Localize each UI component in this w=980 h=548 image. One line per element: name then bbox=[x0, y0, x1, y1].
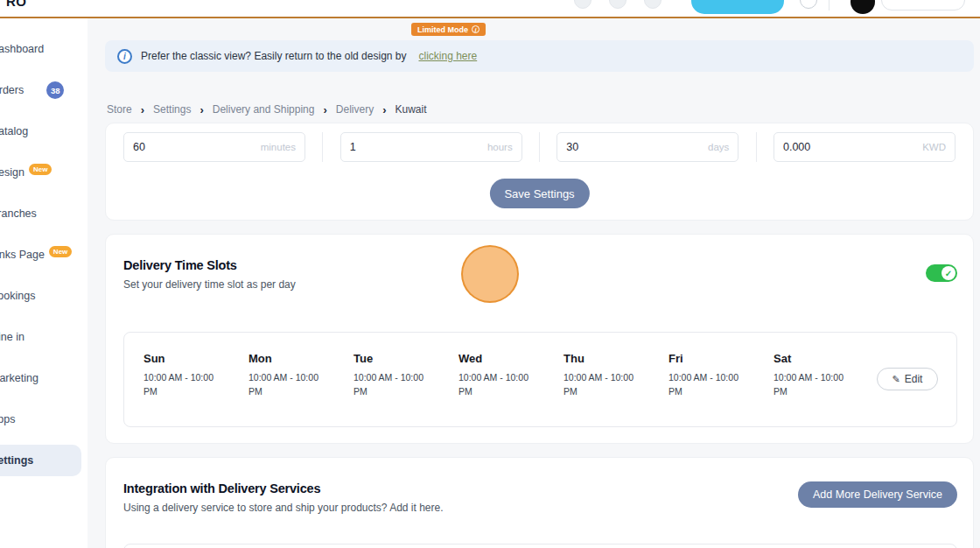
days-input[interactable] bbox=[557, 141, 708, 153]
day-name: Wed bbox=[458, 352, 542, 365]
day-name: Fri bbox=[668, 352, 752, 365]
sidebar-item-dine-in[interactable]: Dine in bbox=[0, 321, 81, 353]
save-settings-button[interactable]: Save Settings bbox=[489, 179, 589, 208]
sidebar-item-apps[interactable]: Apps bbox=[0, 404, 81, 435]
time-slots-subtitle: Set your delivery time slot as per day bbox=[123, 278, 296, 291]
hours-field-wrap: hours bbox=[340, 132, 522, 162]
orders-count-badge: 38 bbox=[46, 81, 64, 99]
minutes-field-wrap: minutes bbox=[123, 132, 305, 162]
hours-input[interactable] bbox=[341, 141, 487, 153]
sidebar-item-links-page[interactable]: Links PageNew bbox=[0, 239, 81, 270]
new-badge: New bbox=[29, 164, 52, 175]
avatar[interactable] bbox=[850, 0, 875, 14]
toggle-check-icon: ✓ bbox=[942, 266, 956, 280]
limited-mode-badge[interactable]: Limited Mode i bbox=[411, 23, 486, 36]
day-slot-wed: Wed 10:00 AM - 10:00 PM bbox=[458, 352, 542, 399]
edit-time-slots-button[interactable]: ✎ Edit bbox=[877, 368, 938, 390]
sidebar-item-label: Links Page bbox=[0, 249, 45, 261]
main-content: i Prefer the classic view? Easily return… bbox=[88, 18, 980, 548]
integration-services-card: Integration with Delivery Services Using… bbox=[105, 457, 974, 548]
sidebar-item-label: Orders bbox=[0, 84, 24, 96]
chevron-right-icon: › bbox=[382, 104, 386, 116]
help-icon[interactable] bbox=[800, 0, 817, 9]
breadcrumb: Store › Settings › Delivery and Shipping… bbox=[107, 103, 427, 116]
integration-subtitle: Using a delivery service to store and sh… bbox=[123, 502, 444, 514]
sidebar-item-label: Catalog bbox=[0, 125, 28, 137]
breadcrumb-store[interactable]: Store bbox=[107, 103, 132, 116]
day-slot-thu: Thu 10:00 AM - 10:00 PM bbox=[564, 352, 648, 399]
info-icon: i bbox=[472, 25, 480, 33]
top-header: RO bbox=[0, 0, 980, 18]
time-slots-box: Sun 10:00 AM - 10:00 PM Mon 10:00 AM - 1… bbox=[123, 332, 957, 427]
delivery-time-slots-card: Delivery Time Slots Set your delivery ti… bbox=[105, 234, 974, 444]
chevron-right-icon: › bbox=[200, 104, 203, 116]
day-slot-sat: Sat 10:00 AM - 10:00 PM bbox=[774, 352, 858, 399]
sidebar-item-bookings[interactable]: Bookings bbox=[0, 280, 81, 312]
chevron-right-icon: › bbox=[141, 104, 144, 116]
sidebar-item-catalog[interactable]: Catalog bbox=[0, 116, 81, 147]
support-icon[interactable] bbox=[644, 0, 662, 9]
day-time: 10:00 AM - 10:00 PM bbox=[564, 370, 648, 399]
calculator-icon[interactable] bbox=[574, 0, 592, 9]
sidebar: Dashboard Orders38 Catalog DesignNew Bra… bbox=[0, 18, 88, 548]
edit-button-label: Edit bbox=[905, 373, 923, 385]
day-time: 10:00 AM - 10:00 PM bbox=[144, 370, 228, 399]
sidebar-item-label: Bookings bbox=[0, 290, 35, 302]
header-divider bbox=[829, 0, 830, 11]
breadcrumb-settings[interactable]: Settings bbox=[153, 103, 191, 116]
classic-view-link[interactable]: clicking here bbox=[418, 50, 477, 62]
minutes-input[interactable] bbox=[124, 141, 261, 153]
info-icon: i bbox=[117, 49, 132, 64]
day-name: Mon bbox=[248, 352, 332, 365]
day-time: 10:00 AM - 10:00 PM bbox=[354, 370, 438, 399]
field-divider bbox=[322, 132, 323, 162]
integration-title: Integration with Delivery Services bbox=[123, 481, 320, 495]
time-slots-title: Delivery Time Slots bbox=[123, 258, 237, 272]
add-delivery-service-button[interactable]: Add More Delivery Service bbox=[798, 481, 957, 508]
breadcrumb-delivery-and-shipping[interactable]: Delivery and Shipping bbox=[213, 103, 315, 116]
sidebar-item-label: Dine in bbox=[0, 331, 24, 343]
day-slot-fri: Fri 10:00 AM - 10:00 PM bbox=[668, 352, 752, 399]
sidebar-item-dashboard[interactable]: Dashboard bbox=[0, 33, 81, 65]
sidebar-item-design[interactable]: DesignNew bbox=[0, 157, 81, 188]
limited-mode-label: Limited Mode bbox=[417, 25, 468, 34]
breadcrumb-kuwait: Kuwait bbox=[396, 103, 427, 116]
sidebar-item-label: Branches bbox=[0, 207, 37, 220]
delivery-settings-fields: minutes hours days KWD bbox=[123, 132, 956, 162]
day-slot-sun: Sun 10:00 AM - 10:00 PM bbox=[144, 352, 228, 399]
day-time: 10:00 AM - 10:00 PM bbox=[774, 370, 858, 399]
day-name: Sat bbox=[774, 352, 858, 365]
field-divider bbox=[756, 132, 757, 162]
delivery-settings-card: minutes hours days KWD Save Settin bbox=[105, 123, 974, 221]
hours-unit-label: hours bbox=[487, 142, 522, 152]
chevron-right-icon: › bbox=[323, 104, 326, 116]
day-name: Tue bbox=[354, 352, 438, 365]
classic-view-banner: i Prefer the classic view? Easily return… bbox=[105, 40, 974, 72]
days-field-wrap: days bbox=[556, 132, 738, 162]
minutes-unit-label: minutes bbox=[261, 142, 304, 152]
sidebar-item-orders[interactable]: Orders38 bbox=[0, 74, 81, 106]
header-primary-button[interactable] bbox=[691, 0, 784, 14]
sidebar-item-branches[interactable]: Branches bbox=[0, 198, 81, 229]
field-divider bbox=[539, 132, 540, 162]
sidebar-item-label: Marketing bbox=[0, 372, 38, 384]
day-time: 10:00 AM - 10:00 PM bbox=[668, 370, 752, 399]
day-time: 10:00 AM - 10:00 PM bbox=[458, 370, 542, 399]
amount-input[interactable] bbox=[774, 141, 922, 153]
sidebar-item-label: Apps bbox=[0, 413, 16, 425]
wallet-icon[interactable] bbox=[609, 0, 626, 9]
brand-logo: RO bbox=[6, 0, 27, 9]
sidebar-item-marketing[interactable]: Marketing bbox=[0, 362, 81, 394]
sidebar-item-settings[interactable]: Settings bbox=[0, 445, 81, 476]
sidebar-item-label: Design bbox=[0, 166, 24, 179]
banner-text: Prefer the classic view? Easily return t… bbox=[141, 50, 406, 62]
app-window: RO Limited Mode i Dashboard Orders38 Cat… bbox=[0, 0, 980, 548]
day-name: Sun bbox=[144, 352, 228, 365]
time-slots-toggle[interactable]: ✓ bbox=[926, 264, 957, 282]
day-slots-row: Sun 10:00 AM - 10:00 PM Mon 10:00 AM - 1… bbox=[124, 333, 956, 399]
breadcrumb-delivery[interactable]: Delivery bbox=[336, 103, 374, 116]
amount-field-wrap: KWD bbox=[774, 132, 956, 162]
store-selector[interactable] bbox=[881, 0, 965, 11]
days-unit-label: days bbox=[708, 142, 738, 152]
day-name: Thu bbox=[564, 352, 648, 365]
